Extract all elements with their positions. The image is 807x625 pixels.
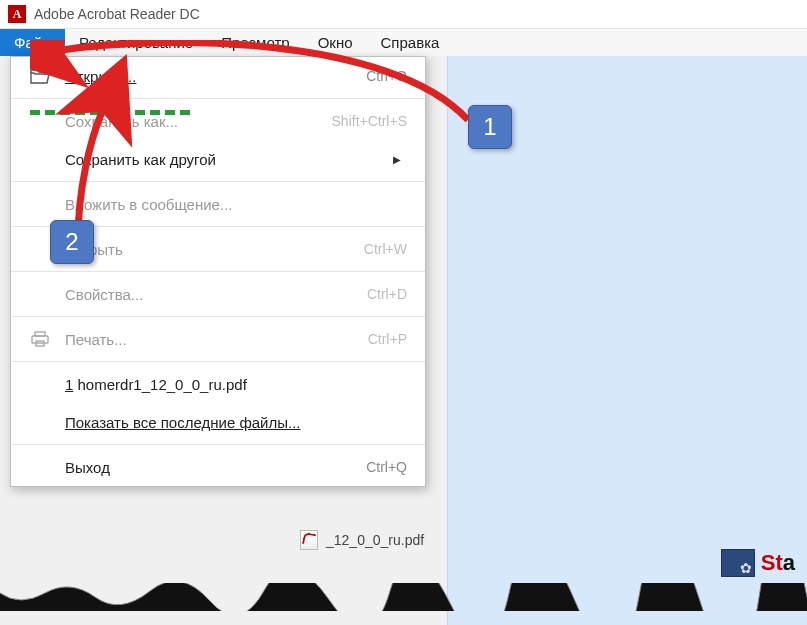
menu-separator [11, 271, 425, 272]
callout-2: 2 [50, 220, 94, 264]
menu-close-label: Закрыть [65, 241, 350, 258]
menu-print: Печать... Ctrl+P [11, 320, 425, 358]
printer-icon [29, 329, 51, 349]
menu-separator [11, 98, 425, 99]
menu-save-as-label: Сохранить как... [65, 113, 318, 130]
menu-properties: Свойства... Ctrl+D [11, 275, 425, 313]
menu-open-shortcut: Ctrl+O [366, 68, 407, 84]
menu-attach-email-label: Вложить в сообщение... [65, 196, 407, 213]
svg-rect-1 [32, 336, 48, 343]
menu-save-as-other-label: Сохранить как другой [65, 151, 379, 168]
corner-logo: Sta [721, 549, 795, 577]
menu-attach-email: Вложить в сообщение... [11, 185, 425, 223]
titlebar: A Adobe Acrobat Reader DC [0, 0, 807, 29]
menu-close-shortcut: Ctrl+W [364, 241, 407, 257]
menu-help[interactable]: Справка [367, 29, 454, 56]
menu-properties-shortcut: Ctrl+D [367, 286, 407, 302]
menubar: Файл Редактирование Просмотр Окно Справк… [0, 29, 807, 57]
menu-save-as: Сохранить как... Shift+Ctrl+S [11, 102, 425, 140]
menu-show-all-recent-label: Показать все последние файлы... [65, 414, 407, 431]
blank-icon [29, 149, 51, 169]
menu-open[interactable]: Открыть... Ctrl+O [11, 57, 425, 95]
app-title: Adobe Acrobat Reader DC [34, 6, 200, 22]
menu-print-label: Печать... [65, 331, 354, 348]
menu-recent-file-label: 1 homerdr1_12_0_0_ru.pdf [65, 376, 407, 393]
folder-open-icon [29, 66, 51, 86]
menu-exit-label: Выход [65, 459, 352, 476]
logo-square-icon [721, 549, 755, 577]
menu-file[interactable]: Файл [0, 29, 65, 56]
submenu-arrow-icon: ▶ [393, 154, 407, 165]
menu-exit-shortcut: Ctrl+Q [366, 459, 407, 475]
menu-recent-file[interactable]: 1 homerdr1_12_0_0_ru.pdf [11, 365, 425, 403]
blank-icon [29, 284, 51, 304]
menu-print-shortcut: Ctrl+P [368, 331, 407, 347]
blank-icon [29, 239, 51, 259]
menu-save-as-other[interactable]: Сохранить как другой ▶ [11, 140, 425, 178]
acrobat-app-icon: A [8, 5, 26, 23]
menu-properties-label: Свойства... [65, 286, 353, 303]
torn-edge [0, 583, 807, 611]
pdf-file-icon [300, 530, 318, 550]
menu-separator [11, 444, 425, 445]
menu-separator [11, 181, 425, 182]
logo-text: Sta [761, 550, 795, 576]
recent-file-entry[interactable]: _12_0_0_ru.pdf [300, 530, 424, 550]
menu-exit[interactable]: Выход Ctrl+Q [11, 448, 425, 486]
menu-separator [11, 361, 425, 362]
blank-icon [29, 457, 51, 477]
file-menu-dropdown: Открыть... Ctrl+O Сохранить как... Shift… [10, 56, 426, 487]
callout-1: 1 [468, 105, 512, 149]
recent-file-name: _12_0_0_ru.pdf [326, 532, 424, 548]
blank-icon [29, 412, 51, 432]
highlight-dash [30, 110, 190, 115]
blank-icon [29, 374, 51, 394]
menu-edit[interactable]: Редактирование [65, 29, 207, 56]
menu-show-all-recent[interactable]: Показать все последние файлы... [11, 403, 425, 441]
blank-icon [29, 194, 51, 214]
menu-view[interactable]: Просмотр [207, 29, 304, 56]
menu-save-as-shortcut: Shift+Ctrl+S [332, 113, 407, 129]
menu-open-label: Открыть... [65, 68, 352, 85]
menu-window[interactable]: Окно [304, 29, 367, 56]
menu-separator [11, 316, 425, 317]
